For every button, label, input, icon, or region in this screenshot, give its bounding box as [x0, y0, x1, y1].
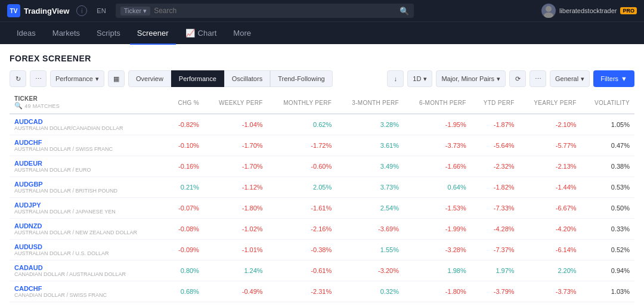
- search-icon[interactable]: 🔍: [400, 7, 409, 15]
- tab-overview[interactable]: Overview: [128, 70, 171, 87]
- weekly-cell-9: -0.50%: [204, 302, 268, 308]
- chg-cell-3: 0.21%: [168, 177, 204, 198]
- 6month-cell-2: -1.66%: [404, 156, 471, 177]
- col-6month[interactable]: 6-MONTH PERF: [404, 92, 471, 114]
- tab-trend-following[interactable]: Trend-Following: [270, 70, 332, 87]
- weekly-cell-1: -1.70%: [204, 135, 268, 156]
- 6month-cell-3: 0.64%: [404, 177, 471, 198]
- filters-button[interactable]: Filters ▼: [593, 70, 634, 87]
- svg-point-0: [546, 6, 552, 12]
- tab-performance[interactable]: Performance: [171, 70, 224, 87]
- yearly-cell-2: -2.13%: [519, 156, 581, 177]
- more-options-button[interactable]: ⋯: [30, 70, 47, 87]
- nav-item-ideas[interactable]: Ideas: [10, 22, 43, 45]
- col-monthly[interactable]: MONTHLY PERF: [268, 92, 337, 114]
- chevron-down-icon: ▾: [497, 75, 500, 83]
- ticker-cell-3: AUDGBP AUSTRALIAN DOLLAR / BRITISH POUND: [10, 177, 168, 198]
- ticker-link[interactable]: AUDEUR: [14, 160, 163, 167]
- right-controls: ↓ 1D ▾ Major, Minor Pairs ▾ ⟳ ⋯ General …: [387, 70, 634, 87]
- ticker-cell-0: AUDCAD AUSTRALIAN DOLLAR/CANADIAN DOLLAR: [10, 114, 168, 135]
- 3month-cell-2: 3.49%: [336, 156, 404, 177]
- ticker-cell-2: AUDEUR AUSTRALIAN DOLLAR / EURO: [10, 156, 168, 177]
- search-input[interactable]: [154, 7, 395, 15]
- page-content: FOREX SCREENER ↻ ⋯ Performance ▾ ▦ Overv…: [0, 44, 644, 307]
- nav-right: liberatedstocktrader PRO: [541, 4, 637, 18]
- ticker-link[interactable]: AUDCHF: [14, 139, 163, 146]
- table-row: CADCHF CANADIAN DOLLAR / SWISS FRANC 0.6…: [10, 281, 634, 302]
- ytd-cell-8: -3.79%: [471, 281, 519, 302]
- pairs-selector[interactable]: Major, Minor Pairs ▾: [436, 70, 506, 87]
- ticker-link[interactable]: AUDNZD: [14, 222, 163, 230]
- ticker-link[interactable]: AUDJPY: [14, 201, 163, 209]
- monthly-cell-5: -2.16%: [268, 219, 337, 240]
- monthly-cell-6: -0.38%: [268, 240, 337, 261]
- download-button[interactable]: ↓: [387, 70, 404, 87]
- col-volatility[interactable]: VOLATILITY: [581, 92, 634, 114]
- view-tabs: Overview Performance Oscillators Trend-F…: [128, 70, 333, 87]
- interval-selector[interactable]: 1D ▾: [407, 70, 432, 87]
- ticker-link[interactable]: AUDUSD: [14, 243, 163, 250]
- 6month-cell-6: -3.28%: [404, 240, 471, 261]
- grid-view-button[interactable]: ▦: [108, 70, 125, 87]
- ticker-description: AUSTRALIAN DOLLAR / NEW ZEALAND DOLLAR: [14, 230, 163, 235]
- 3month-cell-5: -3.69%: [336, 219, 404, 240]
- table-row: AUDCHF AUSTRALIAN DOLLAR / SWISS FRANC -…: [10, 135, 634, 156]
- col-chg[interactable]: CHG %: [168, 92, 204, 114]
- general-dropdown[interactable]: General ▾: [550, 70, 590, 87]
- svg-point-1: [544, 13, 553, 18]
- volatility-cell-0: 1.05%: [581, 114, 634, 135]
- yearly-cell-3: -1.44%: [519, 177, 581, 198]
- extra-options-button[interactable]: ⋯: [530, 70, 546, 87]
- chevron-down-icon: ▾: [423, 75, 427, 83]
- ytd-cell-9: -0.35%: [471, 302, 519, 308]
- nav-item-markets[interactable]: Markets: [45, 22, 87, 45]
- ticker-dropdown[interactable]: Ticker ▾: [120, 7, 151, 15]
- ticker-description: AUSTRALIAN DOLLAR / EURO: [14, 167, 163, 173]
- 6month-cell-7: 1.98%: [404, 261, 471, 281]
- 3month-cell-0: 3.28%: [336, 114, 404, 135]
- monthly-cell-0: 0.62%: [268, 114, 337, 135]
- refresh-icon: ↻: [16, 75, 21, 83]
- ticker-link[interactable]: CADCHF: [14, 285, 163, 292]
- nav-item-more[interactable]: More: [226, 22, 258, 45]
- volatility-cell-5: 0.33%: [581, 219, 634, 240]
- chart-icon: 📈: [185, 29, 195, 38]
- ticker-link[interactable]: CADAUD: [14, 264, 163, 271]
- nav-item-scripts[interactable]: Scripts: [89, 22, 128, 45]
- volatility-cell-3: 0.53%: [581, 177, 634, 198]
- ytd-cell-2: -2.32%: [471, 156, 519, 177]
- col-yearly[interactable]: YEARLY PERF: [519, 92, 581, 114]
- chevron-down-icon: ▾: [95, 75, 99, 83]
- ytd-cell-3: -1.82%: [471, 177, 519, 198]
- filter-icon: ▼: [621, 75, 627, 82]
- info-icon[interactable]: i: [76, 5, 87, 16]
- avatar: [541, 4, 556, 18]
- ticker-link[interactable]: AUDGBP: [14, 181, 163, 188]
- performance-dropdown[interactable]: Performance ▾: [50, 70, 104, 87]
- nav-item-screener[interactable]: Screener: [130, 22, 176, 45]
- col-ticker[interactable]: TICKER 🔍 49 matches: [10, 92, 168, 114]
- yearly-cell-0: -2.10%: [519, 114, 581, 135]
- ticker-description: AUSTRALIAN DOLLAR / U.S. DOLLAR: [14, 250, 163, 256]
- language-selector[interactable]: EN: [94, 6, 108, 15]
- logo-area[interactable]: TV TradingView: [7, 4, 69, 17]
- refresh-button[interactable]: ↻: [10, 70, 26, 87]
- monthly-cell-3: 2.05%: [268, 177, 337, 198]
- chg-cell-9: 0.70%: [168, 302, 204, 308]
- col-ytd[interactable]: YTD PERF: [471, 92, 519, 114]
- ticker-cell-4: AUDJPY AUSTRALIAN DOLLAR / JAPANESE YEN: [10, 198, 168, 219]
- tab-oscillators[interactable]: Oscillators: [224, 70, 270, 87]
- download-icon: ↓: [394, 75, 398, 82]
- user-profile[interactable]: liberatedstocktrader PRO: [541, 4, 637, 18]
- weekly-cell-4: -1.80%: [204, 198, 268, 219]
- ytd-cell-1: -5.64%: [471, 135, 519, 156]
- nav-item-chart[interactable]: 📈 Chart: [178, 22, 224, 45]
- col-3month[interactable]: 3-MONTH PERF: [336, 92, 404, 114]
- monthly-cell-8: -2.31%: [268, 281, 337, 302]
- settings-icon: ⟳: [515, 75, 521, 83]
- ticker-link[interactable]: AUDCAD: [14, 118, 163, 125]
- settings-button[interactable]: ⟳: [509, 70, 526, 87]
- weekly-cell-5: -1.02%: [204, 219, 268, 240]
- volatility-cell-8: 1.03%: [581, 281, 634, 302]
- col-weekly[interactable]: WEEKLY PERF: [204, 92, 268, 114]
